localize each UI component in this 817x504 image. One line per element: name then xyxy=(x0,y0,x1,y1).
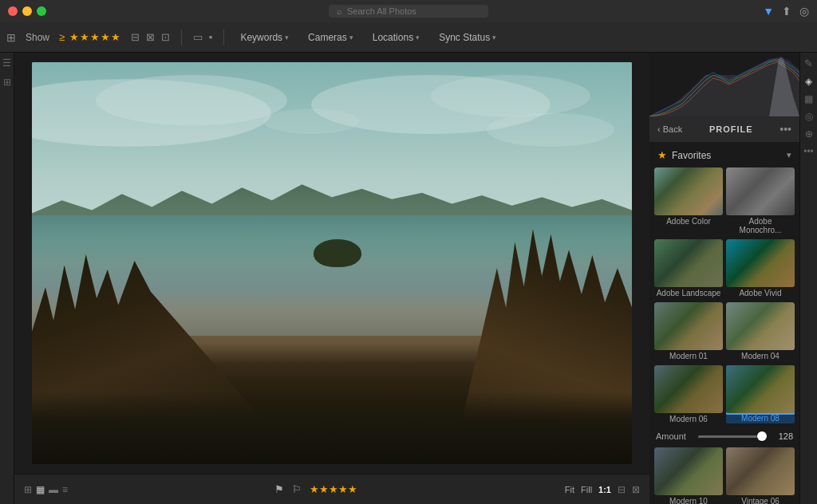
profile-icon[interactable]: ◈ xyxy=(805,76,812,87)
search-input[interactable] xyxy=(347,6,467,16)
profile-header: ‹ Back PROFILE ••• xyxy=(649,116,799,143)
modern01-thumb xyxy=(654,302,723,350)
favorites-expand-icon[interactable]: ▾ xyxy=(787,150,791,160)
minimize-button[interactable] xyxy=(22,6,32,16)
adobe-vivid-thumb-wrap xyxy=(726,239,795,287)
profile-item-modern04[interactable]: Modern 04 xyxy=(726,302,795,362)
profile-item-adobe-landscape[interactable]: Adobe Landscape xyxy=(654,239,723,299)
locations-chevron: ▾ xyxy=(416,33,420,41)
keywords-label: Keywords xyxy=(240,32,282,43)
profile-item-adobe-vivid[interactable]: Adobe Vivid xyxy=(726,239,795,299)
adobe-landscape-thumb-wrap xyxy=(654,239,723,287)
modern04-thumb xyxy=(726,302,795,350)
profile-panel[interactable]: ★ Favorites ▾ Adobe Color xyxy=(649,143,799,504)
fit-label[interactable]: Fit xyxy=(565,485,574,494)
geo-icon[interactable]: ⊕ xyxy=(805,128,813,140)
cameras-chevron: ▾ xyxy=(349,33,353,41)
profile-item-modern06[interactable]: Modern 06 xyxy=(654,365,723,425)
grid-icon[interactable]: ⊞ xyxy=(6,31,16,44)
show-label: Show xyxy=(26,32,49,43)
fill-label[interactable]: Fill xyxy=(581,485,592,494)
amount-slider-thumb[interactable] xyxy=(757,431,767,441)
vintage06-label: Vintage 06 xyxy=(726,495,795,504)
modern06-thumb-wrap xyxy=(654,365,723,413)
compare-icon[interactable]: ⊠ xyxy=(146,31,155,43)
profile-item-modern01[interactable]: Modern 01 xyxy=(654,302,723,362)
photo-container xyxy=(14,53,649,474)
rating-stars[interactable]: ★★★★★ xyxy=(310,483,357,495)
more-button[interactable]: ••• xyxy=(780,123,791,136)
edit-icon[interactable]: ✎ xyxy=(804,57,813,69)
photo-icon[interactable]: ▭ xyxy=(193,31,203,43)
locations-dropdown[interactable]: Locations ▾ xyxy=(368,30,424,45)
maximize-button[interactable] xyxy=(37,6,46,16)
reject-icon[interactable]: ⚐ xyxy=(292,483,302,495)
modern04-label: Modern 04 xyxy=(726,350,795,362)
profile-item-modern10[interactable]: Modern 10 xyxy=(654,447,723,504)
grid-medium-icon[interactable]: ▦ xyxy=(36,484,45,495)
modern10-thumb xyxy=(654,447,723,495)
detail-icon[interactable]: ▦ xyxy=(804,93,813,104)
bottom-bar: ⊞ ▦ ▬ ≡ ⚑ ⚐ ★★★★★ Fit Fill 1:1 ⊟ ⊠ xyxy=(14,474,649,504)
profile-item-adobe-monochrome[interactable]: Adobe Monochro... xyxy=(726,167,795,236)
window-controls xyxy=(8,6,46,16)
favorites-star-icon: ★ xyxy=(657,149,667,161)
share-icon[interactable]: ⬆ xyxy=(782,5,791,18)
left-panel-icon-1[interactable]: ☰ xyxy=(2,57,11,69)
bottom-right: Fit Fill 1:1 ⊟ ⊠ xyxy=(565,484,640,495)
star-filter[interactable]: ≥ ★★★★★ xyxy=(59,31,121,43)
grid-view-icon[interactable]: ⊡ xyxy=(161,31,170,43)
square-icon[interactable]: ▪ xyxy=(209,31,213,43)
back-button[interactable]: ‹ Back xyxy=(657,124,682,134)
sync-status-label: Sync Status xyxy=(439,32,490,43)
single-view-icon[interactable]: ▬ xyxy=(49,484,58,495)
sync-status-dropdown[interactable]: Sync Status ▾ xyxy=(434,30,501,45)
sort-icon[interactable]: ≡ xyxy=(62,484,68,495)
modern01-label: Modern 01 xyxy=(654,350,723,362)
filter-active-icon[interactable]: ▼ xyxy=(763,5,774,18)
back-chevron-icon: ‹ xyxy=(657,124,661,134)
activity-icon[interactable]: ◎ xyxy=(799,5,809,18)
modern06-label: Modern 06 xyxy=(654,413,723,425)
modern10-thumb-wrap xyxy=(654,447,723,495)
vintage06-thumb xyxy=(726,447,795,495)
separator-2 xyxy=(223,30,224,45)
profile-item-adobe-color[interactable]: Adobe Color xyxy=(654,167,723,236)
overlay-icons: ▭ ▪ xyxy=(193,31,213,43)
cameras-dropdown[interactable]: Cameras ▾ xyxy=(303,30,358,45)
right-panel-wrapper: ‹ Back PROFILE ••• ★ Favorites ▾ xyxy=(649,53,817,504)
photo-background xyxy=(32,62,632,464)
title-bar: ⌕ ▼ ⬆ ◎ xyxy=(0,0,817,22)
amount-value: 128 xyxy=(773,431,793,441)
effects-icon[interactable]: ••• xyxy=(803,146,814,157)
compare-view-icon[interactable]: ⊟ xyxy=(618,484,626,495)
amount-slider[interactable] xyxy=(698,435,767,438)
left-sidebar: ☰ ⊞ xyxy=(0,53,14,504)
modern08-thumb-wrap xyxy=(726,365,795,413)
close-button[interactable] xyxy=(8,6,18,16)
grid-small-icon[interactable]: ⊞ xyxy=(24,484,32,495)
left-panel-icon-2[interactable]: ⊞ xyxy=(3,77,11,88)
vintage06-thumb-wrap xyxy=(726,447,795,495)
profile-title: PROFILE xyxy=(682,124,780,134)
profile-item-vintage06[interactable]: Vintage 06 xyxy=(726,447,795,504)
photo-frame xyxy=(32,62,632,464)
one-to-one-label[interactable]: 1:1 xyxy=(598,485,611,494)
optics-icon[interactable]: ◎ xyxy=(805,111,813,122)
info-icon[interactable]: ⊠ xyxy=(632,484,640,495)
adobe-color-label: Adobe Color xyxy=(654,215,723,227)
adobe-monochrome-thumb xyxy=(726,167,795,215)
keywords-dropdown[interactable]: Keywords ▾ xyxy=(235,30,294,45)
adobe-monochrome-thumb-wrap xyxy=(726,167,795,215)
flag-icon[interactable]: ⚑ xyxy=(274,483,284,495)
amount-label: Amount xyxy=(656,431,692,441)
profile-grid: Adobe Color Adobe Monochro... Adobe Lan xyxy=(649,164,799,428)
profile-item-modern08[interactable]: Modern 08 xyxy=(726,365,795,425)
adobe-monochrome-label: Adobe Monochro... xyxy=(726,215,795,236)
toolbar: ⊞ Show ≥ ★★★★★ ⊟ ⊠ ⊡ ▭ ▪ Keywords ▾ Came… xyxy=(0,22,817,53)
sync-status-chevron: ▾ xyxy=(492,33,496,41)
modern08-label: Modern 08 xyxy=(726,413,795,423)
search-bar[interactable]: ⌕ xyxy=(329,5,488,18)
histogram-svg xyxy=(649,53,799,116)
filmstrip-icon[interactable]: ⊟ xyxy=(131,31,140,43)
